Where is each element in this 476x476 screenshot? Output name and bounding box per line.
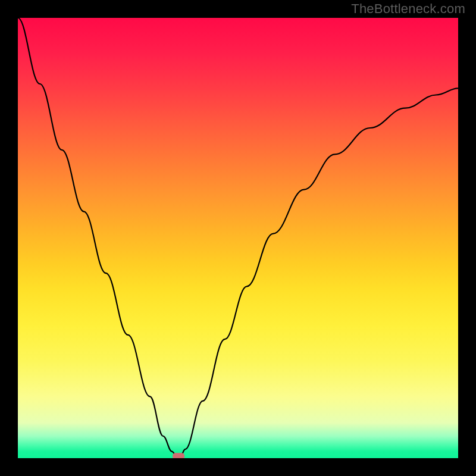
plot-area <box>18 18 458 458</box>
watermark-text: TheBottleneck.com <box>351 1 465 17</box>
bottleneck-curve <box>18 18 458 456</box>
chart-frame: TheBottleneck.com <box>0 0 476 476</box>
chart-svg <box>18 18 458 458</box>
minimum-marker <box>173 453 184 458</box>
